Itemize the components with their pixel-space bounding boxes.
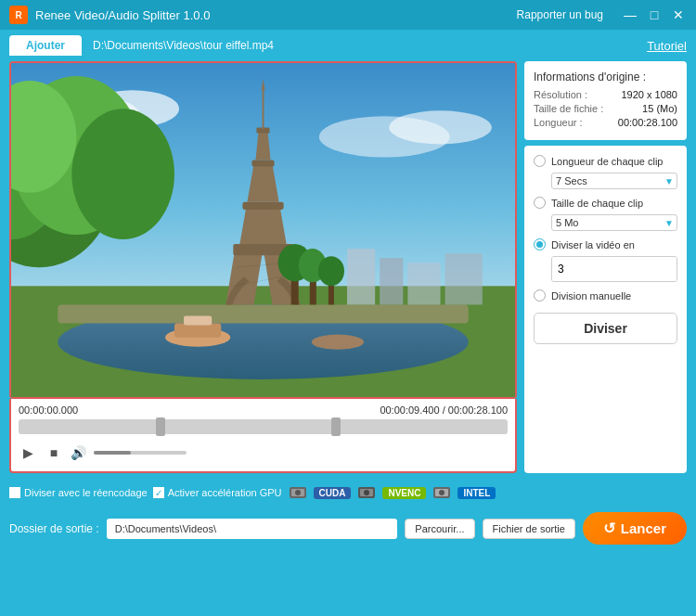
divide-into-option: Diviser la vidéo en (534, 238, 677, 250)
clip-length-dropdown-row: 7 Secs 17 Secs 30 Secs 1 Min 5 Min ▼ (551, 173, 677, 189)
clip-size-select[interactable]: 5 Mo 10 Mo 50 Mo 100 Mo (551, 214, 677, 231)
svg-point-31 (318, 256, 344, 286)
main-container: Ajouter D:\Documents\Videos\tour eiffel.… (0, 30, 696, 479)
svg-point-48 (439, 490, 445, 495)
svg-point-4 (389, 110, 492, 144)
video-preview (11, 63, 515, 397)
file-path-tab: D:\Documents\Videos\tour eiffel.mp4 (82, 35, 285, 56)
svg-point-42 (295, 490, 301, 495)
timeline-start: 00:00:00.000 (19, 404, 78, 416)
svg-rect-22 (262, 90, 264, 129)
clip-size-label: Taille de chaque clip (551, 198, 643, 209)
manual-division-label: Division manuelle (551, 290, 631, 302)
close-button[interactable]: ✕ (670, 6, 687, 23)
output-file-button[interactable]: Fichier de sortie (483, 519, 575, 539)
filesize-label: Taille de fichie : (534, 103, 603, 114)
resolution-value: 1920 x 1080 (621, 89, 677, 100)
gpu-checkbox[interactable]: ✓ (153, 487, 164, 498)
volume-slider[interactable] (94, 451, 187, 455)
title-bar: R Renee Video/Audio Splitter 1.0.0 Rappo… (0, 0, 696, 30)
clip-length-radio[interactable] (534, 155, 546, 167)
clip-length-option: Longueur de chaque clip (534, 155, 677, 167)
cuda-badge: CUDA (314, 487, 352, 499)
timeline-position: 00:00:09.400 / 00:00:28.100 (380, 404, 508, 416)
app-logo: R (9, 6, 28, 24)
clip-size-radio[interactable] (534, 197, 546, 209)
gpu-label: Activer accélération GPU (168, 487, 282, 498)
video-section: 00:00:00.000 00:00:09.400 / 00:00:28.100… (9, 61, 517, 473)
gpu-icon (288, 484, 308, 501)
maximize-button[interactable]: □ (646, 6, 663, 23)
tutoriel-link[interactable]: Tutoriel (647, 39, 687, 53)
svg-rect-38 (184, 316, 212, 326)
svg-point-45 (364, 490, 369, 495)
right-panel: Informations d'origine : Résolution : 19… (524, 61, 687, 473)
window-controls: — □ ✕ (622, 6, 687, 23)
tab-ajouter[interactable]: Ajouter (9, 35, 82, 56)
svg-rect-34 (407, 263, 440, 304)
svg-rect-33 (380, 258, 403, 304)
nvidia-icon (356, 484, 377, 501)
timeline-track[interactable] (19, 419, 508, 434)
browse-button[interactable]: Parcourir... (405, 519, 474, 539)
report-bug-link[interactable]: Rapporter un bug (517, 8, 603, 21)
clip-length-select[interactable]: 7 Secs 17 Secs 30 Secs 1 Min 5 Min (551, 173, 677, 189)
content-area: 00:00:00.000 00:00:09.400 / 00:00:28.100… (9, 61, 687, 473)
duration-value: 00:00:28.100 (618, 117, 677, 128)
timeline-thumb-left[interactable] (156, 417, 165, 436)
filesize-value: 15 (Mo) (642, 103, 677, 114)
video-frame (11, 63, 515, 397)
gpu-checkbox-label: ✓ Activer accélération GPU (153, 487, 282, 498)
clip-length-dropdown-wrapper: 7 Secs 17 Secs 30 Secs 1 Min 5 Min ▼ (551, 173, 677, 189)
svg-point-39 (312, 335, 364, 350)
divide-into-input[interactable] (552, 257, 677, 281)
resolution-label: Résolution : (534, 89, 587, 100)
lancer-icon: ↺ (603, 520, 615, 537)
options-box: Longueur de chaque clip 7 Secs 17 Secs 3… (524, 146, 687, 473)
duration-row: Longueur : 00:00:28.100 (534, 117, 677, 128)
intel-badge: INTEL (458, 487, 496, 499)
reencodage-checkbox[interactable] (9, 487, 20, 498)
video-panel (9, 61, 517, 399)
volume-fill (94, 451, 131, 455)
reencodage-checkbox-label: Diviser avec le réencodage (9, 487, 148, 498)
bottom-options-bar: Diviser avec le réencodage ✓ Activer acc… (0, 479, 696, 507)
output-folder-label: Dossier de sortie : (9, 522, 99, 535)
timeline-thumb-right[interactable] (331, 417, 341, 436)
manual-division-option: Division manuelle (534, 289, 677, 302)
minimize-button[interactable]: — (622, 6, 638, 23)
timeline-section: 00:00:00.000 00:00:09.400 / 00:00:28.100… (9, 399, 517, 473)
tab-bar: Ajouter D:\Documents\Videos\tour eiffel.… (9, 35, 687, 56)
manual-division-radio[interactable] (534, 289, 546, 302)
divide-into-radio[interactable] (534, 238, 546, 250)
filesize-row: Taille de fichie : 15 (Mo) (534, 103, 677, 114)
svg-marker-16 (239, 207, 286, 244)
intel-icon (432, 484, 452, 501)
divide-into-spinbox-row: ▲ ▼ (551, 256, 677, 282)
gpu-checkmark: ✓ (155, 488, 162, 498)
duration-label: Longueur : (534, 117, 583, 128)
svg-rect-37 (174, 324, 221, 338)
play-button[interactable]: ▶ (19, 443, 37, 462)
output-path-input[interactable] (107, 519, 398, 539)
spinbox-wrapper: ▲ ▼ (551, 256, 677, 282)
resolution-row: Résolution : 1920 x 1080 (534, 89, 677, 100)
svg-rect-19 (251, 160, 274, 167)
clip-size-option: Taille de chaque clip (534, 197, 677, 209)
svg-rect-12 (58, 304, 468, 323)
svg-point-8 (71, 109, 174, 239)
volume-icon: 🔊 (71, 445, 86, 460)
svg-rect-32 (347, 249, 375, 304)
lancer-button[interactable]: ↺ Lancer (583, 512, 687, 545)
timeline-timestamps: 00:00:00.000 00:00:09.400 / 00:00:28.100 (19, 404, 508, 416)
clip-length-label: Longueur de chaque clip (551, 156, 663, 167)
lancer-label: Lancer (621, 520, 666, 536)
svg-rect-17 (242, 202, 283, 210)
stop-button[interactable]: ■ (45, 443, 63, 462)
clip-size-dropdown-row: 5 Mo 10 Mo 50 Mo 100 Mo ▼ (551, 214, 677, 231)
nvenc-badge: NVENC (382, 487, 426, 499)
reencodage-label: Diviser avec le réencodage (24, 487, 148, 498)
app-title: Renee Video/Audio Splitter 1.0.0 (35, 8, 517, 22)
info-title: Informations d'origine : (534, 71, 677, 83)
diviser-button[interactable]: Diviser (534, 313, 677, 344)
